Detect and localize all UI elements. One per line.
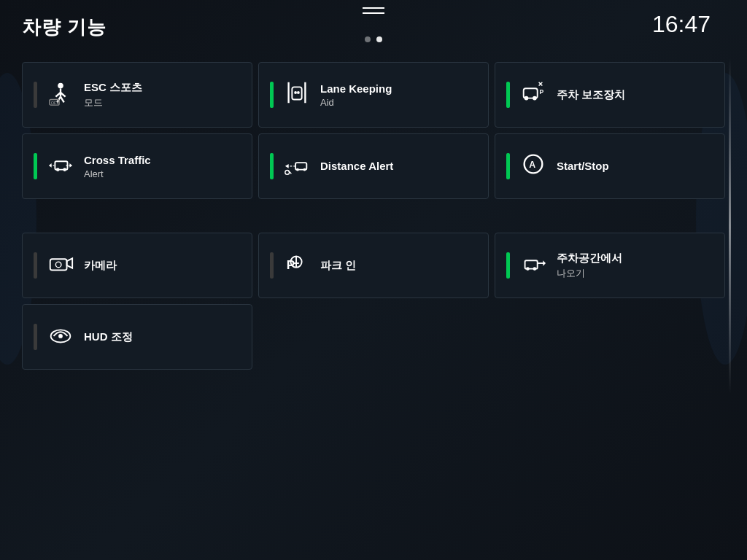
- svg-point-21: [63, 168, 66, 171]
- svg-point-15: [533, 96, 537, 100]
- svg-point-20: [56, 168, 60, 171]
- tile-esc-sports[interactable]: OFF ESC 스포츠 모드: [22, 62, 252, 128]
- tile-label-distance: Distance Alert: [320, 159, 393, 174]
- cross-traffic-icon: [46, 150, 75, 183]
- tile-label-lane: Lane Keeping: [320, 82, 392, 96]
- status-bar-camera: [34, 252, 37, 279]
- svg-text:P: P: [540, 88, 544, 95]
- tile-sublabel-cross: Alert: [84, 168, 151, 179]
- hamburger-menu[interactable]: [363, 7, 384, 14]
- svg-point-44: [533, 267, 537, 271]
- tile-camera[interactable]: 카메라: [22, 233, 252, 298]
- svg-marker-24: [49, 163, 52, 168]
- tile-hud[interactable]: HUD 조정: [22, 304, 252, 370]
- svg-rect-35: [50, 259, 67, 270]
- tile-start-stop[interactable]: A Start/Stop: [495, 133, 725, 199]
- svg-line-5: [61, 96, 64, 102]
- status-bar-parking: [506, 82, 510, 108]
- svg-point-12: [297, 91, 300, 94]
- grid-row-1: OFF ESC 스포츠 모드: [22, 62, 725, 128]
- tile-text-parkin: 파크 인: [320, 258, 356, 273]
- dot-1: [365, 36, 371, 42]
- tile-label-parkexit: 주차공간에서: [557, 251, 622, 265]
- tile-park-in[interactable]: P 파크 인: [258, 233, 489, 298]
- svg-point-37: [55, 262, 61, 268]
- tile-lane-keeping[interactable]: Lane Keeping Aid: [258, 62, 489, 128]
- status-bar-cross: [34, 153, 37, 179]
- tile-distance-alert[interactable]: Distance Alert: [258, 133, 489, 199]
- feature-grid: OFF ESC 스포츠 모드: [22, 62, 725, 370]
- page-title: 차량 기능: [22, 15, 107, 40]
- hud-icon: [46, 321, 75, 354]
- status-bar-parkexit: [506, 252, 510, 279]
- page-indicator: [365, 36, 382, 42]
- lane-icon: [282, 79, 311, 112]
- tile-park-exit[interactable]: 주차공간에서 나오기: [495, 233, 725, 298]
- svg-point-28: [303, 168, 306, 171]
- tile-text-parkexit: 주차공간에서 나오기: [557, 251, 622, 280]
- svg-point-11: [294, 91, 297, 94]
- tile-sublabel-lane: Aid: [320, 97, 392, 108]
- status-bar-distance: [270, 153, 274, 179]
- tile-label-startstop: Start/Stop: [557, 159, 609, 174]
- svg-marker-30: [285, 164, 289, 168]
- svg-marker-25: [69, 163, 72, 168]
- tile-sublabel-parkexit: 나오기: [557, 267, 622, 280]
- parking-icon: P: [519, 79, 548, 112]
- tile-label-hud: HUD 조정: [84, 330, 133, 344]
- tile-text-cross: Cross Traffic Alert: [84, 153, 151, 180]
- svg-point-32: [285, 170, 290, 174]
- tile-label-camera: 카메라: [84, 258, 117, 273]
- tile-text-startstop: Start/Stop: [557, 159, 609, 174]
- tile-text-lane: Lane Keeping Aid: [320, 82, 392, 109]
- svg-text:OFF: OFF: [51, 101, 60, 105]
- svg-marker-46: [543, 260, 546, 266]
- svg-point-43: [526, 267, 530, 271]
- status-bar-esc: [34, 82, 37, 108]
- status-bar-parkin: [270, 252, 274, 279]
- svg-point-14: [525, 96, 529, 100]
- svg-point-27: [296, 168, 299, 171]
- status-bar-hud: [34, 324, 37, 350]
- edge-strip: [729, 58, 731, 394]
- grid-row-3: 카메라 P 파크 인: [22, 233, 725, 298]
- tile-text-distance: Distance Alert: [320, 159, 393, 174]
- section-gap: [22, 205, 725, 227]
- time-display: 16:47: [652, 11, 711, 38]
- dot-2: [376, 36, 382, 42]
- tile-label-parking: 주차 보조장치: [557, 88, 625, 102]
- distance-alert-icon: [282, 150, 311, 183]
- esc-icon: OFF: [46, 79, 75, 112]
- grid-row-2: Cross Traffic Alert: [22, 133, 725, 199]
- status-bar-startstop: [506, 153, 510, 179]
- tile-text-esc: ESC 스포츠 모드: [84, 80, 142, 109]
- svg-text:A: A: [529, 159, 535, 169]
- tile-parking-assist[interactable]: P 주차 보조장치: [495, 62, 725, 128]
- camera-icon: [46, 249, 75, 282]
- main-screen: 16:47 차량 기능: [0, 0, 747, 560]
- tile-text-parking: 주차 보조장치: [557, 88, 625, 102]
- park-exit-icon: [519, 249, 548, 282]
- svg-marker-36: [67, 258, 73, 268]
- grid-row-4: HUD 조정: [22, 304, 725, 370]
- park-in-icon: P: [282, 249, 311, 282]
- svg-point-48: [58, 334, 63, 338]
- tile-text-hud: HUD 조정: [84, 330, 133, 344]
- status-bar-lane: [270, 82, 274, 108]
- tile-cross-traffic[interactable]: Cross Traffic Alert: [22, 133, 252, 199]
- tile-text-camera: 카메라: [84, 258, 117, 273]
- tile-label-cross: Cross Traffic: [84, 153, 151, 168]
- start-stop-icon: A: [519, 150, 548, 183]
- tile-label-parkin: 파크 인: [320, 258, 356, 273]
- tile-label-esc: ESC 스포츠: [84, 80, 142, 95]
- svg-point-0: [58, 82, 63, 88]
- svg-rect-10: [292, 87, 301, 99]
- tile-sublabel-esc: 모드: [84, 96, 142, 109]
